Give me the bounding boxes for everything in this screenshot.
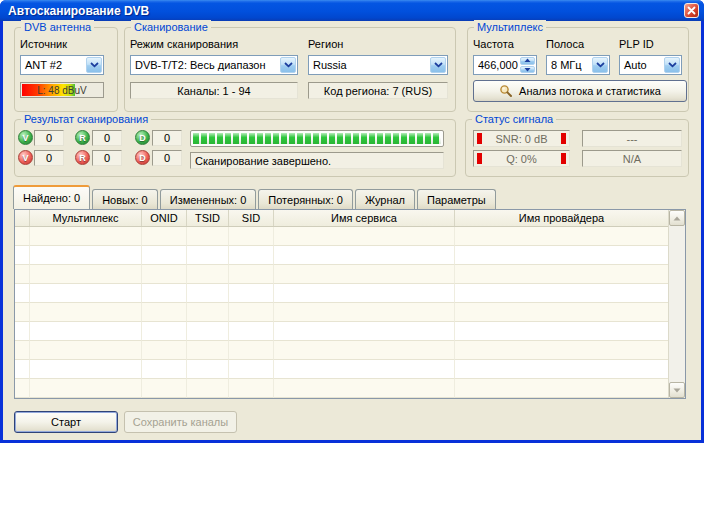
table-cell — [455, 227, 668, 246]
scan-progress-fill — [193, 133, 441, 144]
group-signal-status: Статус сигнала — [465, 119, 689, 177]
counter-value: 0 — [152, 130, 182, 146]
table-cell — [30, 322, 142, 341]
scan-status-field: Сканирование завершено. — [190, 152, 444, 169]
signal-level-bar: L: 48 dBuV — [20, 82, 104, 98]
plp-id-combo[interactable]: Auto — [619, 55, 682, 75]
region-combo[interactable]: Russia — [308, 55, 448, 75]
scroll-down-button[interactable] — [669, 382, 685, 398]
source-combo[interactable]: ANT #2 — [20, 55, 104, 75]
table-cell — [274, 341, 455, 360]
close-button[interactable] — [684, 3, 699, 18]
plp-id-label: PLP ID — [619, 38, 654, 50]
bandwidth-label: Полоса — [546, 38, 584, 50]
table-cell — [142, 379, 187, 398]
header-cell-multiplex[interactable]: Мультиплекс — [30, 210, 142, 226]
tabs: Найдено: 0Новых: 0Измененных: 0Потерянны… — [13, 185, 498, 209]
tab-5[interactable]: Параметры — [417, 189, 496, 209]
analyze-button-label: Анализ потока и статистика — [519, 85, 661, 97]
table-cell — [187, 341, 229, 360]
header-cell-sid[interactable]: SID — [229, 210, 274, 226]
d-green-badge-icon: D — [135, 130, 150, 145]
red-indicator-bar — [561, 153, 566, 164]
snr-text: SNR: 0 dB — [496, 133, 548, 145]
table-cell — [30, 379, 142, 398]
table-row — [15, 341, 668, 360]
frequency-input[interactable] — [474, 56, 519, 74]
table-cell — [142, 284, 187, 303]
table-cell — [229, 265, 274, 284]
header-cell-checkbox[interactable] — [15, 210, 30, 226]
start-button-label: Старт — [51, 416, 81, 428]
table-row — [15, 322, 668, 341]
header-cell-provider-name[interactable]: Имя провайдера — [455, 210, 668, 226]
table-cell — [229, 284, 274, 303]
chevron-down-icon[interactable] — [664, 57, 680, 73]
table-cell — [187, 284, 229, 303]
table-cell — [142, 322, 187, 341]
table-cell — [30, 341, 142, 360]
tab-2[interactable]: Измененных: 0 — [160, 189, 257, 209]
counter-value: 0 — [34, 150, 64, 166]
table-cell — [274, 227, 455, 246]
close-icon — [687, 6, 696, 15]
chevron-down-icon[interactable] — [592, 57, 608, 73]
scan-mode-combo[interactable]: DVB-T/T2: Весь диапазон — [130, 55, 298, 75]
chevron-down-icon[interactable] — [430, 57, 446, 73]
table-cell — [229, 360, 274, 379]
group-scan-result-caption: Результат сканирования — [21, 112, 151, 126]
red-indicator-bar — [477, 153, 482, 164]
plp-id-value: Auto — [620, 59, 663, 71]
r-green-badge-icon: R — [75, 130, 90, 145]
counter-value: 0 — [92, 150, 122, 166]
scroll-down-icon — [673, 388, 681, 393]
table-row — [15, 246, 668, 265]
group-multiplex-caption: Мультиплекс — [474, 20, 546, 34]
frequency-spinner — [473, 55, 537, 75]
table-row — [15, 265, 668, 284]
quality-text: Q: 0% — [506, 153, 537, 165]
table-cell — [455, 379, 668, 398]
table-row — [15, 360, 668, 379]
header-cell-service-name[interactable]: Имя сервиса — [274, 210, 455, 226]
start-button[interactable]: Старт — [14, 411, 118, 433]
table-cell — [30, 303, 142, 322]
table-row — [15, 227, 668, 246]
header-cell-tsid[interactable]: TSID — [187, 210, 229, 226]
table-cell — [455, 246, 668, 265]
tab-3[interactable]: Потерянных: 0 — [258, 189, 353, 209]
tab-1[interactable]: Новых: 0 — [92, 189, 158, 209]
table-cell — [15, 227, 30, 246]
table-cell — [30, 265, 142, 284]
table-cell — [187, 360, 229, 379]
analyze-button[interactable]: Анализ потока и статистика — [473, 80, 687, 102]
counter-value: 0 — [152, 150, 182, 166]
table-cell — [187, 322, 229, 341]
table-body — [15, 227, 685, 398]
scroll-up-button[interactable] — [669, 210, 685, 226]
title-bar[interactable]: Автосканирование DVB — [0, 0, 704, 21]
tab-0[interactable]: Найдено: 0 — [13, 185, 90, 209]
table-row — [15, 379, 668, 398]
table-cell — [15, 246, 30, 265]
table-header: Мультиплекс ONID TSID SID Имя сервиса Им… — [15, 210, 668, 227]
vertical-scrollbar[interactable] — [668, 210, 685, 398]
table-cell — [229, 246, 274, 265]
table-cell — [142, 303, 187, 322]
table-cell — [142, 265, 187, 284]
spinner-down-icon[interactable] — [520, 66, 535, 74]
red-indicator-bar — [477, 133, 482, 144]
chevron-down-icon[interactable] — [280, 57, 296, 73]
table-cell — [187, 303, 229, 322]
v-red-badge-icon: V — [18, 150, 33, 165]
spinner-up-icon[interactable] — [520, 57, 535, 65]
tab-4[interactable]: Журнал — [355, 189, 415, 209]
scan-mode-label: Режим сканирования — [130, 38, 238, 50]
chevron-down-icon[interactable] — [86, 57, 102, 73]
table-cell — [274, 265, 455, 284]
bandwidth-combo[interactable]: 8 МГц — [546, 55, 610, 75]
table-cell — [142, 227, 187, 246]
group-scanning-caption: Сканирование — [131, 20, 211, 34]
header-cell-onid[interactable]: ONID — [142, 210, 187, 226]
table-cell — [229, 341, 274, 360]
